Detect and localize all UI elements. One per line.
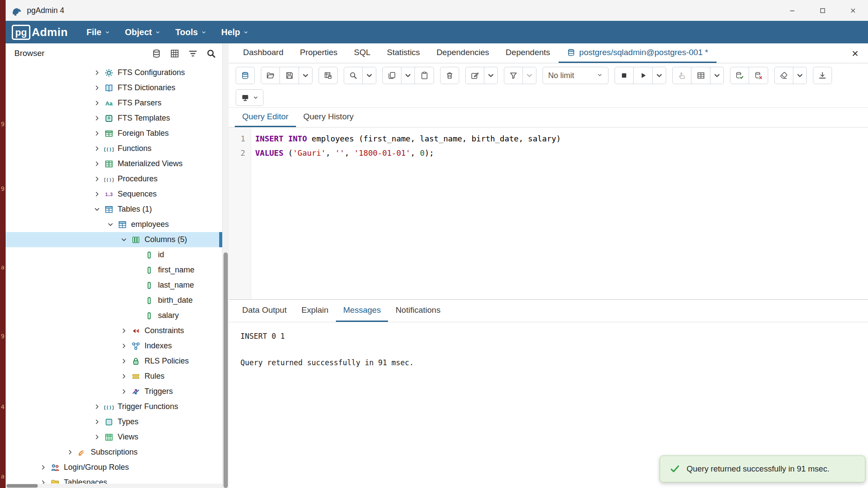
tree-item-first-name[interactable]: first_name <box>6 262 222 278</box>
vertical-scrollbar-thumb[interactable] <box>224 252 228 488</box>
tree-item-fts-parsers[interactable]: AaFTS Parsers <box>6 95 222 111</box>
tree-item-rls-policies[interactable]: RLS Policies <box>6 354 222 369</box>
filter-button[interactable] <box>504 67 523 84</box>
open-file-button[interactable] <box>261 67 280 84</box>
menu-help[interactable]: Help <box>214 21 256 43</box>
horizontal-scrollbar[interactable] <box>6 484 222 488</box>
tree-item-employees[interactable]: employees <box>6 217 222 232</box>
tab-notifications[interactable]: Notifications <box>388 300 448 322</box>
tree-item-birth-date[interactable]: birth_date <box>6 293 222 308</box>
chevron-right-icon[interactable] <box>91 416 103 428</box>
copy-menu-button[interactable] <box>401 67 415 84</box>
chevron-right-icon[interactable] <box>91 431 103 443</box>
paste-button[interactable] <box>415 67 434 84</box>
tree-item-trigger-functions[interactable]: {()}Trigger Functions <box>6 399 222 414</box>
tab-dashboard[interactable]: Dashboard <box>235 43 292 63</box>
grid-icon[interactable] <box>168 46 181 60</box>
tree-item-functions[interactable]: {()}Functions <box>6 141 222 156</box>
filter-menu-button[interactable] <box>523 67 536 84</box>
copy-button[interactable] <box>382 67 401 84</box>
tree-item-materialized-views[interactable]: Materialized Views <box>6 156 222 171</box>
tree-item-subscriptions[interactable]: Subscriptions <box>6 445 222 460</box>
rollback-button[interactable] <box>749 67 768 84</box>
chevron-right-icon[interactable] <box>91 173 103 185</box>
save-menu-button[interactable] <box>299 67 312 84</box>
chevron-right-icon[interactable] <box>91 158 103 170</box>
code-editor[interactable]: 12 INSERT INTO employees (first_name, la… <box>229 128 868 299</box>
tree-item-foreign-tables[interactable]: Foreign Tables <box>6 126 222 141</box>
clear-button[interactable] <box>774 67 793 84</box>
view-data-menu-button[interactable] <box>710 67 724 84</box>
tab-sql[interactable]: SQL <box>346 43 379 63</box>
chevron-right-icon[interactable] <box>118 386 130 397</box>
chevron-right-icon[interactable] <box>91 188 103 200</box>
minimize-button[interactable] <box>777 0 807 21</box>
menu-object[interactable]: Object <box>118 21 168 43</box>
edit-button[interactable] <box>465 67 484 84</box>
save-button[interactable] <box>280 67 299 84</box>
find-button[interactable] <box>344 67 363 84</box>
chevron-right-icon[interactable] <box>91 401 103 413</box>
execute-button[interactable] <box>634 67 653 84</box>
chevron-right-icon[interactable] <box>91 67 103 79</box>
chevron-right-icon[interactable] <box>91 143 103 154</box>
chevron-down-icon[interactable] <box>91 203 103 215</box>
tree-item-salary[interactable]: salary <box>6 308 222 323</box>
chevron-down-icon[interactable] <box>118 234 130 246</box>
tree-item-columns-5[interactable]: Columns (5) <box>6 232 222 247</box>
chevron-right-icon[interactable] <box>118 340 130 352</box>
chevron-right-icon[interactable] <box>91 128 103 139</box>
search-icon[interactable] <box>204 46 218 60</box>
tree-item-procedures[interactable]: {()}Procedures <box>6 171 222 187</box>
maximize-button[interactable] <box>807 0 838 21</box>
query-tool-button[interactable] <box>236 67 255 84</box>
find-menu-button[interactable] <box>363 67 376 84</box>
chevron-right-icon[interactable] <box>91 97 103 109</box>
tree-item-constraints[interactable]: Constraints <box>6 323 222 338</box>
tree-item-id[interactable]: id <box>6 247 222 262</box>
clear-menu-button[interactable] <box>793 67 807 84</box>
menu-file[interactable]: File <box>79 21 117 43</box>
tree-item-types[interactable]: Types <box>6 414 222 429</box>
db-objects-icon[interactable] <box>149 46 163 60</box>
filter-icon[interactable] <box>186 46 200 60</box>
chevron-right-icon[interactable] <box>91 82 103 94</box>
edit-data-button[interactable] <box>672 67 691 84</box>
tree-item-indexes[interactable]: Indexes <box>6 338 222 354</box>
vertical-scrollbar[interactable] <box>222 43 229 488</box>
tree-item-triggers[interactable]: Triggers <box>6 384 222 399</box>
tab-postgres-sqladmin-postgres-001[interactable]: postgres/sqladmin@postgres-001 * <box>559 43 717 63</box>
tree-item-tables-1[interactable]: Tables (1) <box>6 202 222 217</box>
tab-data-output[interactable]: Data Output <box>235 300 294 322</box>
tab-dependencies[interactable]: Dependencies <box>428 43 497 63</box>
tree-item-fts-templates[interactable]: FTS Templates <box>6 111 222 126</box>
chevron-right-icon[interactable] <box>91 112 103 124</box>
tab-explain[interactable]: Explain <box>294 300 335 322</box>
tree-item-sequences[interactable]: 1..3Sequences <box>6 187 222 202</box>
tab-statistics[interactable]: Statistics <box>379 43 428 63</box>
tab-messages[interactable]: Messages <box>336 300 388 322</box>
commit-button[interactable] <box>730 67 749 84</box>
horizontal-scrollbar-thumb[interactable] <box>7 484 38 488</box>
macros-button[interactable] <box>236 89 263 106</box>
close-button[interactable] <box>838 0 868 21</box>
tab-query-editor[interactable]: Query Editor <box>235 108 296 127</box>
tree-item-login-group-roles[interactable]: Login/Group Roles <box>6 460 222 475</box>
stop-button[interactable] <box>615 67 634 84</box>
chevron-right-icon[interactable] <box>118 355 130 367</box>
delete-button[interactable] <box>440 67 459 84</box>
tree-item-last-name[interactable]: last_name <box>6 278 222 293</box>
tree-item-views[interactable]: Views <box>6 429 222 445</box>
menu-tools[interactable]: Tools <box>168 21 214 43</box>
tab-properties[interactable]: Properties <box>292 43 346 63</box>
chevron-right-icon[interactable] <box>37 462 49 473</box>
tree-item-fts-dictionaries[interactable]: FTS Dictionaries <box>6 80 222 95</box>
chevron-right-icon[interactable] <box>64 446 76 458</box>
chevron-right-icon[interactable] <box>118 325 130 337</box>
edit-menu-button[interactable] <box>484 67 498 84</box>
close-tab-button[interactable]: × <box>842 48 868 59</box>
tree-item-fts-configurations[interactable]: FTS Configurations <box>6 65 222 80</box>
tab-dependents[interactable]: Dependents <box>497 43 558 63</box>
chevron-right-icon[interactable] <box>118 370 130 382</box>
save-data-changes-button[interactable] <box>319 67 338 84</box>
